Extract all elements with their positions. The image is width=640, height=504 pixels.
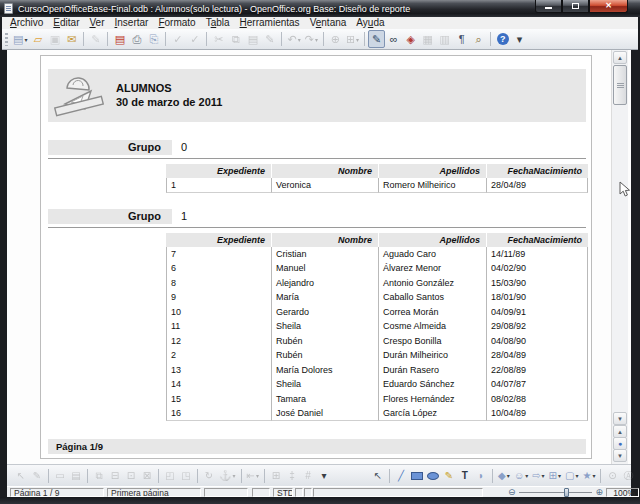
formatting-marks-button[interactable]: ¶ xyxy=(453,30,470,48)
text-box-icon: T xyxy=(462,471,468,481)
status-page-number[interactable]: Página 1 / 9 xyxy=(10,488,104,497)
stars-icon: ★ xyxy=(582,471,591,481)
callouts-button[interactable]: ◗ xyxy=(473,468,489,484)
vertical-scrollbar[interactable]: ▲ ▼ ▲ ● ▼ xyxy=(611,50,628,464)
toolbar-options-button[interactable]: ▾ xyxy=(511,30,528,48)
table-cell: 08/02/88 xyxy=(487,392,588,407)
table-cell: María xyxy=(272,290,379,305)
scroll-up-button[interactable]: ▲ xyxy=(613,51,627,64)
stars-button[interactable]: ★▾ xyxy=(580,468,597,484)
freeform-line-button[interactable]: ✎ xyxy=(441,468,457,484)
table-cell: Flores Hernández xyxy=(379,392,487,407)
table-cell: Álvarez Menor xyxy=(379,261,487,276)
block-arrows-button[interactable]: ⇨▾ xyxy=(530,468,546,484)
report-group: Grupo1ExpedienteNombreApellidosFechaNaci… xyxy=(41,209,591,421)
send-email-icon: ✉ xyxy=(67,34,76,45)
maximize-button[interactable] xyxy=(562,0,589,13)
menu-archivo[interactable]: Archivo xyxy=(5,17,48,29)
block-arrows-dropdown[interactable]: ▾ xyxy=(542,472,545,479)
toolbar-separator xyxy=(323,32,324,46)
ungroup-button: ⊟ xyxy=(107,468,123,484)
insert-table-button: ⊞▾ xyxy=(344,30,361,48)
status-empty-4 xyxy=(304,488,312,497)
navigation-icon: ● xyxy=(618,440,622,447)
basic-shapes-button[interactable]: ◆▾ xyxy=(496,468,512,484)
symbol-shapes-dropdown[interactable]: ▾ xyxy=(525,472,528,479)
table-cell: Cosme Almeida xyxy=(379,319,487,334)
table-cell: García López xyxy=(379,406,487,421)
toolbar-options-left-button[interactable]: ▾ xyxy=(316,468,332,484)
undo-dropdown[interactable]: ▾ xyxy=(298,36,301,43)
send-email-button[interactable]: ✉ xyxy=(63,30,80,48)
new-document-dropdown[interactable]: ▾ xyxy=(24,36,27,43)
table-cell: 04/08/90 xyxy=(487,334,588,349)
toolbar-grip[interactable] xyxy=(5,33,8,46)
help-button[interactable]: ? xyxy=(494,30,511,48)
scroll-down-icon: ▼ xyxy=(617,416,623,422)
alignment-dropdown[interactable]: ▾ xyxy=(256,472,259,479)
exit-group-button: ⊠ xyxy=(139,468,155,484)
status-zoom-percent[interactable]: 100% xyxy=(606,488,639,497)
zoom-thumb[interactable] xyxy=(564,488,569,497)
exit-group-icon: ⊠ xyxy=(143,471,151,481)
select-draw-button[interactable]: ↖ xyxy=(370,468,386,484)
ellipse-button[interactable] xyxy=(425,468,441,484)
scrollbar-thumb[interactable] xyxy=(613,65,627,105)
status-page-style[interactable]: Primera página xyxy=(107,488,201,497)
minimize-button[interactable] xyxy=(535,0,562,13)
basic-shapes-dropdown[interactable]: ▾ xyxy=(507,472,510,479)
menu-insertar[interactable]: Insertar xyxy=(110,17,154,29)
table-cell: Cristian xyxy=(272,247,379,262)
menu-formato[interactable]: Formato xyxy=(153,17,200,29)
anchor-dropdown[interactable]: ▾ xyxy=(232,472,235,479)
new-document-button[interactable]: ▤▾ xyxy=(11,30,29,48)
flowchart-button[interactable]: ⊞▾ xyxy=(547,468,563,484)
redo-dropdown[interactable]: ▾ xyxy=(315,36,318,43)
table-cell: Romero Milheirico xyxy=(379,178,487,193)
open-button[interactable]: ▱ xyxy=(29,30,46,48)
text-box-button[interactable]: T xyxy=(457,468,473,484)
menu-ver[interactable]: Ver xyxy=(84,17,109,29)
line-button[interactable]: ╱ xyxy=(393,468,409,484)
status-empty-3 xyxy=(295,488,303,497)
freeform-line-icon: ✎ xyxy=(445,471,453,481)
status-selection-mode[interactable]: STD xyxy=(273,488,293,497)
flowchart-dropdown[interactable]: ▾ xyxy=(558,472,561,479)
table-cell: 6 xyxy=(166,261,272,276)
insert-table-dropdown[interactable]: ▾ xyxy=(356,36,359,43)
status-empty-1 xyxy=(204,488,248,497)
menu-editar[interactable]: Editar xyxy=(48,17,84,29)
table-cell: Veronica xyxy=(272,178,379,193)
table-cell: Crespo Bonilla xyxy=(379,334,487,349)
table-cell: José Daniel xyxy=(272,406,379,421)
design-mode-button[interactable]: ✎ xyxy=(368,30,385,48)
group-value: 1 xyxy=(181,209,187,224)
menu-tabla[interactable]: Tabla xyxy=(201,17,235,29)
navigator-button[interactable]: ◈ xyxy=(402,30,419,48)
next-page-button[interactable]: ▼ xyxy=(613,449,627,462)
paste-button: ▤ xyxy=(244,30,261,48)
callout-shapes-button[interactable]: ▢▾ xyxy=(563,468,580,484)
menu-herramientas[interactable]: Herramientas xyxy=(235,17,305,29)
zoom-button[interactable]: ⌕ xyxy=(470,30,487,48)
toolbar-separator xyxy=(197,469,198,483)
menu-ventana[interactable]: Ventana xyxy=(305,17,352,29)
table-cell: María Dolores xyxy=(272,363,379,378)
zoom-out-icon[interactable]: ⊖ xyxy=(508,488,516,497)
rectangle-button[interactable] xyxy=(409,468,425,484)
group-button: ⧉ xyxy=(91,468,107,484)
export-pdf-button[interactable]: ▤ xyxy=(111,30,128,48)
scroll-down-button[interactable]: ▼ xyxy=(613,412,627,425)
print-button[interactable]: ⎙ xyxy=(128,30,145,48)
page-preview-button[interactable]: ⎘ xyxy=(145,30,162,48)
menu-ayuda[interactable]: Ayuda xyxy=(351,17,389,29)
close-button[interactable]: ✕ xyxy=(589,0,628,13)
zoom-in-icon[interactable]: ⊕ xyxy=(595,488,603,497)
symbol-shapes-button[interactable]: ☺▾ xyxy=(512,468,530,484)
stars-dropdown[interactable]: ▾ xyxy=(592,472,595,479)
find-replace-button[interactable]: ∞ xyxy=(385,30,402,48)
table-cell: Aguado Caro xyxy=(379,247,487,262)
spellcheck-icon: ✓ xyxy=(173,34,182,45)
callout-shapes-dropdown[interactable]: ▾ xyxy=(575,472,578,479)
zoom-track[interactable] xyxy=(519,492,593,493)
